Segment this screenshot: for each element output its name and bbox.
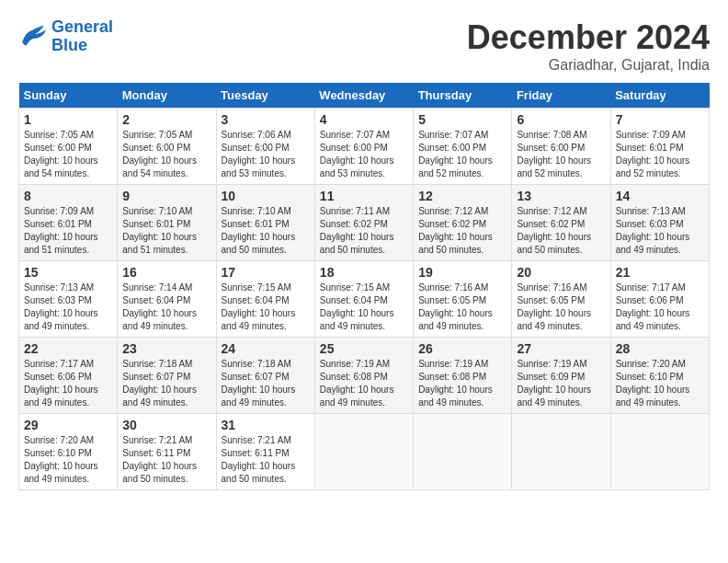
calendar-cell: 27 Sunrise: 7:19 AM Sunset: 6:09 PM Dayl… [512, 338, 610, 414]
day-number: 30 [122, 418, 210, 432]
calendar-cell: 7 Sunrise: 7:09 AM Sunset: 6:01 PM Dayli… [610, 109, 709, 185]
logo-icon [18, 24, 48, 50]
day-number: 11 [320, 189, 408, 203]
day-number: 25 [320, 341, 408, 356]
day-info: Sunrise: 7:07 AM Sunset: 6:00 PM Dayligh… [418, 129, 506, 180]
calendar-cell: 13 Sunrise: 7:12 AM Sunset: 6:02 PM Dayl… [512, 185, 610, 261]
day-number: 7 [616, 112, 704, 127]
calendar-cell: 3 Sunrise: 7:06 AM Sunset: 6:00 PM Dayli… [216, 109, 314, 185]
day-info: Sunrise: 7:21 AM Sunset: 6:11 PM Dayligh… [122, 434, 210, 486]
day-number: 27 [517, 341, 605, 356]
day-number: 19 [418, 265, 506, 280]
calendar-week-row: 22 Sunrise: 7:17 AM Sunset: 6:06 PM Dayl… [19, 338, 710, 414]
day-info: Sunrise: 7:20 AM Sunset: 6:10 PM Dayligh… [24, 434, 112, 486]
calendar-week-row: 8 Sunrise: 7:09 AM Sunset: 6:01 PM Dayli… [19, 185, 710, 261]
header-sunday: Sunday [19, 83, 118, 109]
day-number: 17 [222, 265, 310, 280]
header-tuesday: Tuesday [216, 83, 314, 109]
day-info: Sunrise: 7:09 AM Sunset: 6:01 PM Dayligh… [616, 129, 704, 180]
day-number: 1 [24, 112, 112, 127]
calendar-cell: 21 Sunrise: 7:17 AM Sunset: 6:06 PM Dayl… [610, 261, 709, 338]
calendar-cell: 12 Sunrise: 7:12 AM Sunset: 6:02 PM Dayl… [414, 185, 512, 261]
day-info: Sunrise: 7:17 AM Sunset: 6:06 PM Dayligh… [24, 358, 112, 409]
calendar-cell: 28 Sunrise: 7:20 AM Sunset: 6:10 PM Dayl… [610, 338, 709, 414]
calendar-cell: 22 Sunrise: 7:17 AM Sunset: 6:06 PM Dayl… [19, 338, 118, 414]
day-info: Sunrise: 7:19 AM Sunset: 6:08 PM Dayligh… [418, 358, 506, 409]
calendar-cell: 23 Sunrise: 7:18 AM Sunset: 6:07 PM Dayl… [118, 338, 216, 414]
day-info: Sunrise: 7:15 AM Sunset: 6:04 PM Dayligh… [222, 282, 310, 333]
calendar-cell: 20 Sunrise: 7:16 AM Sunset: 6:05 PM Dayl… [512, 261, 610, 338]
header-monday: Monday [118, 83, 216, 109]
day-number: 18 [320, 265, 408, 280]
day-number: 13 [517, 189, 605, 203]
calendar-cell: 14 Sunrise: 7:13 AM Sunset: 6:03 PM Dayl… [610, 185, 709, 261]
month-title: December 2024 [467, 18, 710, 57]
calendar-week-row: 15 Sunrise: 7:13 AM Sunset: 6:03 PM Dayl… [19, 261, 710, 338]
day-info: Sunrise: 7:15 AM Sunset: 6:04 PM Dayligh… [320, 282, 408, 333]
calendar-cell: 17 Sunrise: 7:15 AM Sunset: 6:04 PM Dayl… [216, 261, 314, 338]
day-number: 6 [517, 112, 605, 127]
day-number: 22 [24, 341, 112, 356]
day-number: 23 [122, 341, 210, 356]
calendar-cell [414, 414, 512, 490]
day-info: Sunrise: 7:10 AM Sunset: 6:01 PM Dayligh… [122, 205, 210, 257]
calendar-cell: 9 Sunrise: 7:10 AM Sunset: 6:01 PM Dayli… [118, 185, 216, 261]
calendar-cell: 19 Sunrise: 7:16 AM Sunset: 6:05 PM Dayl… [414, 261, 512, 338]
calendar-week-row: 1 Sunrise: 7:05 AM Sunset: 6:00 PM Dayli… [19, 109, 710, 185]
day-number: 5 [418, 112, 506, 127]
day-number: 20 [517, 265, 605, 280]
calendar-cell: 24 Sunrise: 7:18 AM Sunset: 6:07 PM Dayl… [216, 338, 314, 414]
day-info: Sunrise: 7:09 AM Sunset: 6:01 PM Dayligh… [24, 205, 112, 257]
day-number: 12 [418, 189, 506, 203]
calendar-cell [610, 414, 709, 490]
calendar-cell: 16 Sunrise: 7:14 AM Sunset: 6:04 PM Dayl… [118, 261, 216, 338]
calendar-cell: 2 Sunrise: 7:05 AM Sunset: 6:00 PM Dayli… [118, 109, 216, 185]
calendar-cell: 1 Sunrise: 7:05 AM Sunset: 6:00 PM Dayli… [19, 109, 118, 185]
day-number: 4 [320, 112, 408, 127]
day-info: Sunrise: 7:18 AM Sunset: 6:07 PM Dayligh… [222, 358, 310, 409]
day-number: 28 [616, 341, 704, 356]
weekday-header-row: Sunday Monday Tuesday Wednesday Thursday… [19, 83, 710, 109]
day-info: Sunrise: 7:18 AM Sunset: 6:07 PM Dayligh… [122, 358, 210, 409]
calendar-cell: 4 Sunrise: 7:07 AM Sunset: 6:00 PM Dayli… [314, 109, 413, 185]
day-info: Sunrise: 7:06 AM Sunset: 6:00 PM Dayligh… [222, 129, 310, 180]
day-info: Sunrise: 7:13 AM Sunset: 6:03 PM Dayligh… [616, 205, 704, 257]
day-number: 26 [418, 341, 506, 356]
day-info: Sunrise: 7:17 AM Sunset: 6:06 PM Dayligh… [616, 282, 704, 333]
day-info: Sunrise: 7:07 AM Sunset: 6:00 PM Dayligh… [320, 129, 408, 180]
day-number: 2 [122, 112, 210, 127]
page-header: General Blue December 2024 Gariadhar, Gu… [18, 18, 710, 74]
calendar-table: Sunday Monday Tuesday Wednesday Thursday… [18, 83, 710, 490]
header-wednesday: Wednesday [314, 83, 413, 109]
day-number: 15 [24, 265, 112, 280]
day-info: Sunrise: 7:10 AM Sunset: 6:01 PM Dayligh… [222, 205, 310, 257]
day-info: Sunrise: 7:16 AM Sunset: 6:05 PM Dayligh… [517, 282, 605, 333]
calendar-cell: 10 Sunrise: 7:10 AM Sunset: 6:01 PM Dayl… [216, 185, 314, 261]
day-number: 9 [122, 189, 210, 203]
day-info: Sunrise: 7:12 AM Sunset: 6:02 PM Dayligh… [517, 205, 605, 257]
calendar-cell: 31 Sunrise: 7:21 AM Sunset: 6:11 PM Dayl… [216, 414, 314, 490]
calendar-cell: 18 Sunrise: 7:15 AM Sunset: 6:04 PM Dayl… [314, 261, 413, 338]
calendar-cell: 6 Sunrise: 7:08 AM Sunset: 6:00 PM Dayli… [512, 109, 610, 185]
calendar-cell: 11 Sunrise: 7:11 AM Sunset: 6:02 PM Dayl… [314, 185, 413, 261]
header-thursday: Thursday [414, 83, 512, 109]
title-block: December 2024 Gariadhar, Gujarat, India [467, 18, 710, 74]
calendar-cell: 30 Sunrise: 7:21 AM Sunset: 6:11 PM Dayl… [118, 414, 216, 490]
logo-text: General Blue [51, 18, 113, 55]
logo: General Blue [18, 18, 113, 55]
day-info: Sunrise: 7:13 AM Sunset: 6:03 PM Dayligh… [24, 282, 112, 333]
day-number: 29 [24, 418, 112, 432]
calendar-cell [512, 414, 610, 490]
day-info: Sunrise: 7:16 AM Sunset: 6:05 PM Dayligh… [418, 282, 506, 333]
day-info: Sunrise: 7:20 AM Sunset: 6:10 PM Dayligh… [616, 358, 704, 409]
calendar-cell: 25 Sunrise: 7:19 AM Sunset: 6:08 PM Dayl… [314, 338, 413, 414]
day-number: 21 [616, 265, 704, 280]
header-friday: Friday [512, 83, 610, 109]
day-info: Sunrise: 7:21 AM Sunset: 6:11 PM Dayligh… [222, 434, 310, 486]
day-info: Sunrise: 7:14 AM Sunset: 6:04 PM Dayligh… [122, 282, 210, 333]
day-number: 3 [222, 112, 310, 127]
day-info: Sunrise: 7:11 AM Sunset: 6:02 PM Dayligh… [320, 205, 408, 257]
day-number: 24 [222, 341, 310, 356]
day-info: Sunrise: 7:08 AM Sunset: 6:00 PM Dayligh… [517, 129, 605, 180]
day-number: 16 [122, 265, 210, 280]
